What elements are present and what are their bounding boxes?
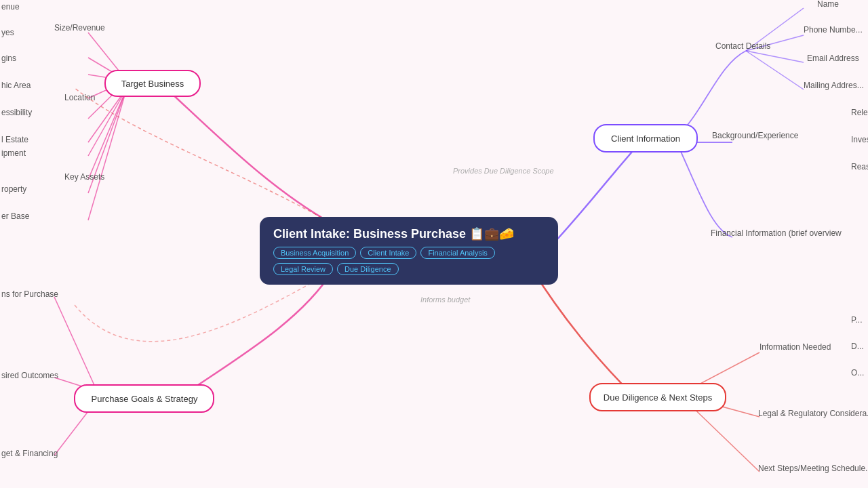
left-label-revenue: enue — [1, 2, 20, 12]
leaf-legal-regulatory: Legal & Regulatory Considera... — [758, 409, 868, 418]
link-label-due-diligence: Provides Due Diligence Scope — [453, 167, 554, 175]
leaf-size-revenue: Size/Revenue — [54, 23, 105, 33]
left-label-margins: gins — [1, 54, 16, 63]
tag-client-intake: Client Intake — [360, 247, 416, 259]
leaf-p: P... — [851, 315, 862, 325]
left-label-yes: yes — [1, 28, 14, 37]
target-business-label: Target Business — [121, 79, 184, 89]
leaf-investment: Inves... — [851, 135, 868, 144]
left-label-customer-base: er Base — [1, 211, 30, 221]
leaf-financial-information: Financial Information (brief overview — [711, 228, 842, 238]
purchase-goals-label: Purchase Goals & Strategy — [92, 394, 198, 404]
leaf-reasons-purchase: ns for Purchase — [1, 289, 58, 299]
left-label-accessibility: essibility — [1, 108, 32, 117]
leaf-reason: Reas... — [851, 162, 868, 171]
leaf-budget-financing: get & Financing — [1, 449, 58, 458]
client-information-label: Client Information — [611, 134, 680, 144]
leaf-email-address: Email Address — [807, 54, 859, 63]
tag-due-diligence: Due Diligence — [337, 263, 398, 275]
left-label-property: roperty — [1, 184, 26, 194]
leaf-background-experience: Background/Experience — [712, 131, 799, 140]
leaf-key-assets: Key Assets — [64, 172, 104, 182]
center-node-title: Client Intake: Business Purchase 📋💼🧀 — [273, 226, 545, 241]
tag-business-acquisition: Business Acquisition — [273, 247, 356, 259]
left-label-realestate: l Estate — [1, 135, 28, 144]
link-label-budget: Informs budget — [420, 296, 471, 304]
leaf-contact-details: Contact Details — [715, 41, 770, 51]
leaf-d: D... — [851, 342, 864, 351]
leaf-location: Location — [64, 93, 95, 102]
left-label-geo: hic Area — [1, 81, 31, 90]
leaf-desired-outcomes: sired Outcomes — [1, 371, 58, 380]
tag-financial-analysis: Financial Analysis — [420, 247, 494, 259]
center-node[interactable]: Client Intake: Business Purchase 📋💼🧀 Bus… — [260, 217, 558, 285]
left-label-equipment: ipment — [1, 148, 26, 158]
leaf-phone-number: Phone Numbe... — [804, 25, 863, 35]
center-node-tags: Business Acquisition Client Intake Finan… — [273, 247, 545, 275]
leaf-next-steps: Next Steps/Meeting Schedule... — [758, 464, 868, 473]
leaf-name: Name — [817, 0, 839, 9]
leaf-information-needed: Information Needed — [760, 342, 831, 352]
leaf-mailing-address: Mailing Addres... — [804, 81, 864, 90]
leaf-o: O... — [851, 368, 864, 378]
tag-legal-review: Legal Review — [273, 263, 333, 275]
due-diligence-label: Due Diligence & Next Steps — [604, 392, 713, 403]
leaf-relevant: Relev... — [851, 108, 868, 117]
